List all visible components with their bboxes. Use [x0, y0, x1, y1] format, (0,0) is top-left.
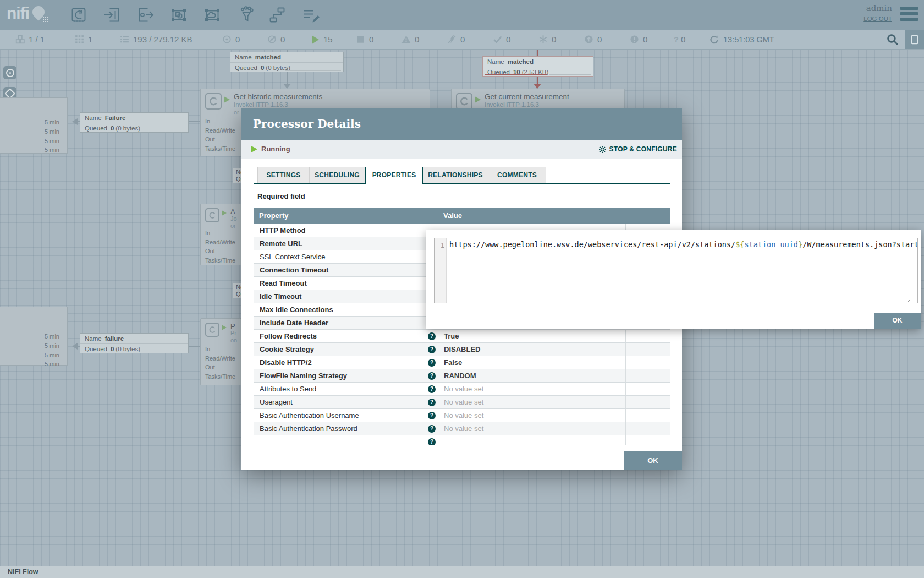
logout-link[interactable]: LOG OUT [864, 15, 892, 22]
help-icon[interactable]: ? [428, 359, 436, 367]
tab-scheduling[interactable]: SCHEDULING [310, 167, 365, 184]
running-status-icon [222, 325, 227, 330]
tab-comments[interactable]: COMMENTS [488, 167, 546, 184]
dialog-title: Processor Details [241, 108, 682, 140]
property-name: Basic Authentication Username? [254, 409, 439, 422]
breadcrumb[interactable]: NiFi Flow [0, 566, 38, 578]
row-spacer [626, 369, 670, 382]
status-stat-locally-modified: 0 [538, 30, 556, 49]
line-number: 1 [440, 241, 444, 249]
property-row-flowfile-naming-strategy: FlowFile Naming Strategy?RANDOM [254, 369, 670, 383]
bulletin-indicator-icon[interactable] [3, 66, 16, 79]
row-spacer [626, 330, 670, 342]
el-open-bracket: ${ [735, 240, 744, 249]
label-icon[interactable] [301, 5, 321, 25]
stat-window: 5 min [45, 332, 59, 341]
nifi-application: 5 min 5 min 5 min 5 min 5 min 5 min 5 mi… [0, 0, 924, 578]
connection-name: failure [105, 335, 124, 342]
queue-percent-bar [285, 70, 342, 72]
connection-label-failure-lower[interactable]: Namefailure Queued0(0 bytes) [80, 333, 189, 353]
stat-count: 0 [369, 35, 373, 44]
help-icon[interactable]: ? [428, 438, 436, 446]
global-menu-icon[interactable] [900, 7, 919, 23]
stat-out-label: Out [205, 135, 235, 144]
locally-modified-icon [538, 35, 548, 44]
property-name: Cookie Strategy? [254, 343, 439, 356]
template-icon[interactable] [267, 5, 287, 25]
status-stat-invalid: 0 [402, 30, 419, 49]
queue-percent-bar [549, 74, 591, 75]
status-stat-not-transmitting: 0 [267, 30, 285, 49]
stat-count: 15 [323, 35, 333, 44]
help-icon[interactable]: ? [428, 399, 436, 406]
property-row-basic-authentication-username: Basic Authentication Username?No value s… [254, 409, 670, 422]
stat-count: 0 [280, 35, 285, 44]
remote-url-value[interactable]: https://www.pegelonline.wsv.de/webservic… [447, 238, 917, 303]
property-value: No value set [439, 383, 626, 395]
stat-readwrite-label: Read/Write [205, 126, 235, 135]
remote-process-group-icon[interactable] [202, 5, 222, 25]
input-port-icon[interactable] [102, 5, 122, 25]
tab-properties[interactable]: PROPERTIES [365, 167, 423, 184]
tab-relationships[interactable]: RELATIONSHIPS [423, 167, 488, 184]
name-field-label: Name [487, 58, 504, 65]
stat-out-label: Out [205, 247, 235, 256]
processor-icon[interactable] [69, 5, 89, 25]
status-stat-queued: 193 / 279.12 KB [120, 30, 193, 49]
birdseye-panel-button[interactable] [905, 30, 924, 49]
funnel-icon[interactable] [237, 5, 256, 25]
refresh-button[interactable]: 13:51:03 GMT [710, 30, 774, 49]
stat-window: 5 min [45, 351, 59, 360]
value-editor-textarea[interactable]: 1 https://www.pegelonline.wsv.de/webserv… [434, 238, 918, 303]
dialog-ok-button[interactable]: OK [624, 451, 682, 470]
status-stat-locally-modified-stale: 0 [630, 30, 647, 49]
help-icon[interactable]: ? [428, 385, 436, 393]
processor-stats: In Read/Write Out Tasks/Time [205, 228, 235, 265]
status-stat-disabled: 0 [447, 30, 465, 49]
stat-taskstime-label: Tasks/Time [205, 372, 235, 381]
property-value: No value set [439, 409, 626, 422]
queued-size: (0 bytes) [116, 346, 140, 352]
line-number-gutter: 1 [435, 238, 447, 303]
processor-type: InvokeHTTP 1.16.3 [485, 101, 539, 108]
search-icon[interactable] [887, 34, 900, 47]
stat-count: 0 [506, 35, 510, 44]
nifi-drop-icon [32, 5, 46, 21]
connection-label-failure[interactable]: NameFailure Queued0(0 bytes) [80, 112, 189, 133]
stopped-icon [356, 35, 365, 44]
name-field-label: Name [85, 335, 102, 342]
help-icon[interactable]: ? [428, 332, 436, 340]
stop-and-configure-button[interactable]: STOP & CONFIGURE [598, 140, 677, 159]
property-row-cookie-strategy: Cookie Strategy?DISABLED [254, 343, 670, 356]
help-icon[interactable]: ? [428, 425, 436, 433]
tab-settings[interactable]: SETTINGS [257, 167, 310, 184]
help-icon[interactable]: ? [428, 412, 436, 419]
help-icon[interactable]: ? [428, 346, 436, 353]
help-icon[interactable]: ? [428, 372, 436, 380]
property-name: Basic Authentication Password? [254, 422, 439, 435]
processor-bundle: or [234, 109, 239, 116]
property-name: Connection Timeout [254, 264, 439, 276]
breadcrumb-bar: NiFi Flow [0, 566, 924, 578]
process-group-icon[interactable] [169, 5, 189, 25]
name-field-label: Name [235, 54, 252, 61]
stat-taskstime-label: Tasks/Time [205, 144, 235, 154]
queued-count: 0 [261, 64, 264, 71]
property-value: RANDOM [439, 369, 626, 382]
processor-run-status: Running [261, 140, 290, 159]
connection-label-matched[interactable]: Namematched Queued0(0 bytes) [230, 52, 344, 72]
tabs-underline [254, 183, 670, 184]
processor-offscreen-left-top[interactable]: 5 min 5 min 5 min 5 min [0, 97, 68, 154]
current-user: admin [864, 3, 892, 13]
property-value: False [439, 356, 626, 369]
processor-offscreen-left-bottom[interactable]: 5 min 5 min 5 min 5 min [0, 307, 68, 366]
connection-label-matched-queued[interactable]: Namematched Queued10(2.53 KB) [482, 56, 593, 77]
stat-count: 0 [643, 35, 647, 44]
stat-count: 1 [88, 35, 92, 44]
output-port-icon[interactable] [136, 5, 156, 25]
stat-count: 0 [415, 35, 419, 44]
dialog-tabs: SETTINGSSCHEDULINGPROPERTIESRELATIONSHIP… [257, 167, 546, 184]
last-refresh-time: 13:51:03 GMT [723, 35, 774, 44]
editor-ok-button[interactable]: OK [874, 313, 921, 329]
row-spacer [626, 383, 670, 395]
